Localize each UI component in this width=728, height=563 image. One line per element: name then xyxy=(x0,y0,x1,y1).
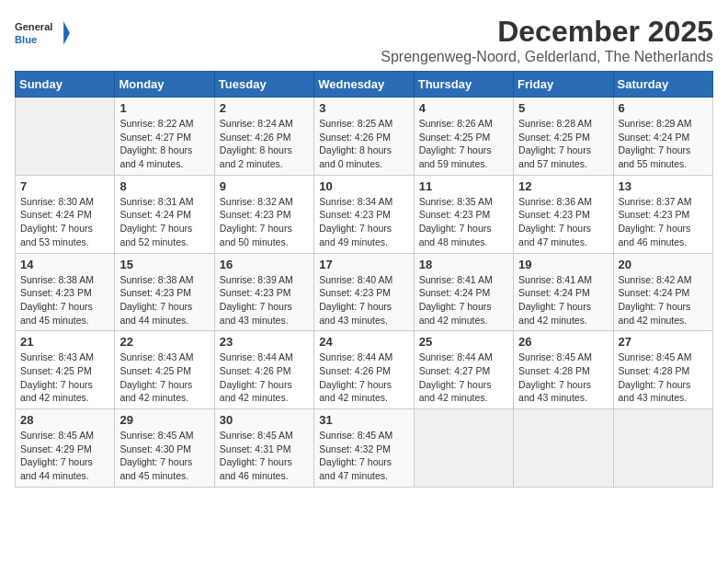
calendar-cell: 19 Sunrise: 8:41 AM Sunset: 4:24 PM Dayl… xyxy=(514,253,613,331)
calendar-cell: 5 Sunrise: 8:28 AM Sunset: 4:25 PM Dayli… xyxy=(514,98,613,176)
daylight-label: Daylight: xyxy=(319,456,357,467)
sunrise-label: Sunrise: xyxy=(619,351,654,362)
calendar-table: SundayMondayTuesdayWednesdayThursdayFrid… xyxy=(15,71,713,488)
day-info: Sunrise: 8:45 AM Sunset: 4:28 PM Dayligh… xyxy=(518,350,608,405)
day-number: 18 xyxy=(419,258,508,271)
calendar-cell: 12 Sunrise: 8:36 AM Sunset: 4:23 PM Dayl… xyxy=(514,175,613,253)
day-info: Sunrise: 8:41 AM Sunset: 4:24 PM Dayligh… xyxy=(419,273,508,327)
sunset-label: Sunset: xyxy=(518,209,552,220)
sunrise-label: Sunrise: xyxy=(119,274,155,285)
weekday-header-thursday: Thursday xyxy=(414,72,513,98)
calendar-cell: 20 Sunrise: 8:42 AM Sunset: 4:24 PM Dayl… xyxy=(613,253,712,331)
day-info: Sunrise: 8:38 AM Sunset: 4:23 PM Dayligh… xyxy=(119,273,209,327)
day-info: Sunrise: 8:42 AM Sunset: 4:24 PM Dayligh… xyxy=(619,273,708,327)
sunrise-label: Sunrise: xyxy=(119,430,155,441)
sunrise-label: Sunrise: xyxy=(619,118,654,129)
sunrise-label: Sunrise: xyxy=(119,351,155,362)
sunset-label: Sunset: xyxy=(319,209,352,220)
daylight-label: Daylight: xyxy=(419,379,457,390)
day-number: 19 xyxy=(518,258,608,271)
day-number: 11 xyxy=(419,179,508,193)
day-number: 27 xyxy=(619,335,708,349)
calendar-cell xyxy=(613,409,712,488)
day-info: Sunrise: 8:25 AM Sunset: 4:26 PM Dayligh… xyxy=(319,117,408,171)
calendar-cell: 24 Sunrise: 8:44 AM Sunset: 4:26 PM Dayl… xyxy=(314,331,414,409)
calendar-cell: 14 Sunrise: 8:38 AM Sunset: 4:23 PM Dayl… xyxy=(16,253,115,331)
day-info: Sunrise: 8:45 AM Sunset: 4:32 PM Dayligh… xyxy=(319,429,408,483)
sunset-label: Sunset: xyxy=(220,365,253,376)
daylight-label: Daylight: xyxy=(619,301,656,312)
logo-svg: General Blue xyxy=(15,15,70,52)
sunset-label: Sunset: xyxy=(119,443,153,454)
sunrise-label: Sunrise: xyxy=(518,196,554,207)
weekday-header-sunday: Sunday xyxy=(16,72,115,98)
day-info: Sunrise: 8:24 AM Sunset: 4:26 PM Dayligh… xyxy=(220,117,309,171)
sunset-label: Sunset: xyxy=(419,132,452,143)
day-info: Sunrise: 8:45 AM Sunset: 4:31 PM Dayligh… xyxy=(220,429,309,483)
sunrise-label: Sunrise: xyxy=(518,351,554,362)
calendar-cell xyxy=(414,409,513,488)
day-number: 22 xyxy=(119,335,209,349)
day-info: Sunrise: 8:44 AM Sunset: 4:26 PM Dayligh… xyxy=(220,350,309,405)
sunrise-label: Sunrise: xyxy=(518,118,554,129)
daylight-label: Daylight: xyxy=(20,379,58,390)
day-info: Sunrise: 8:30 AM Sunset: 4:24 PM Dayligh… xyxy=(20,195,109,249)
daylight-label: Daylight: xyxy=(619,223,656,234)
day-number: 24 xyxy=(319,335,408,349)
weekday-header-tuesday: Tuesday xyxy=(214,72,313,98)
day-number: 13 xyxy=(619,179,708,193)
sunset-label: Sunset: xyxy=(419,287,452,298)
day-info: Sunrise: 8:35 AM Sunset: 4:23 PM Dayligh… xyxy=(419,195,508,249)
sunset-label: Sunset: xyxy=(119,287,153,298)
day-info: Sunrise: 8:22 AM Sunset: 4:27 PM Dayligh… xyxy=(119,117,209,171)
daylight-label: Daylight: xyxy=(119,144,157,155)
sunset-label: Sunset: xyxy=(119,365,153,376)
day-number: 10 xyxy=(319,179,408,193)
daylight-label: Daylight: xyxy=(419,223,457,234)
day-number: 20 xyxy=(619,258,708,271)
calendar-cell xyxy=(514,409,613,488)
day-info: Sunrise: 8:29 AM Sunset: 4:24 PM Dayligh… xyxy=(619,117,708,171)
sunrise-label: Sunrise: xyxy=(319,118,355,129)
day-info: Sunrise: 8:36 AM Sunset: 4:23 PM Dayligh… xyxy=(518,195,608,249)
sunset-label: Sunset: xyxy=(20,443,53,454)
sunrise-label: Sunrise: xyxy=(20,351,56,362)
sunset-label: Sunset: xyxy=(20,287,53,298)
day-number: 15 xyxy=(119,258,209,271)
sunset-label: Sunset: xyxy=(518,132,552,143)
sunrise-label: Sunrise: xyxy=(619,196,654,207)
day-number: 17 xyxy=(319,258,408,271)
svg-text:Blue: Blue xyxy=(15,34,37,45)
day-number: 7 xyxy=(20,179,109,193)
weekday-header-saturday: Saturday xyxy=(613,72,712,98)
calendar-cell: 31 Sunrise: 8:45 AM Sunset: 4:32 PM Dayl… xyxy=(314,409,414,488)
sunrise-label: Sunrise: xyxy=(20,274,56,285)
sunrise-label: Sunrise: xyxy=(619,274,654,285)
sunrise-label: Sunrise: xyxy=(220,351,256,362)
daylight-label: Daylight: xyxy=(319,379,357,390)
day-number: 28 xyxy=(20,413,109,427)
day-info: Sunrise: 8:38 AM Sunset: 4:23 PM Dayligh… xyxy=(20,273,109,327)
day-number: 5 xyxy=(518,101,608,115)
daylight-label: Daylight: xyxy=(20,223,58,234)
calendar-cell: 28 Sunrise: 8:45 AM Sunset: 4:29 PM Dayl… xyxy=(16,409,115,488)
calendar-cell: 3 Sunrise: 8:25 AM Sunset: 4:26 PM Dayli… xyxy=(314,98,414,176)
calendar-cell: 4 Sunrise: 8:26 AM Sunset: 4:25 PM Dayli… xyxy=(414,98,513,176)
daylight-label: Daylight: xyxy=(119,223,157,234)
day-info: Sunrise: 8:45 AM Sunset: 4:30 PM Dayligh… xyxy=(119,429,209,483)
day-number: 16 xyxy=(220,258,309,271)
day-number: 23 xyxy=(220,335,309,349)
daylight-label: Daylight: xyxy=(518,144,556,155)
day-info: Sunrise: 8:34 AM Sunset: 4:23 PM Dayligh… xyxy=(319,195,408,249)
day-info: Sunrise: 8:43 AM Sunset: 4:25 PM Dayligh… xyxy=(20,350,109,405)
sunset-label: Sunset: xyxy=(220,443,253,454)
svg-text:General: General xyxy=(15,21,52,32)
sunset-label: Sunset: xyxy=(20,209,53,220)
weekday-header-friday: Friday xyxy=(514,72,613,98)
sunset-label: Sunset: xyxy=(119,132,153,143)
day-number: 4 xyxy=(419,101,508,115)
calendar-cell xyxy=(16,98,115,176)
sunset-label: Sunset: xyxy=(619,365,652,376)
day-number: 12 xyxy=(518,179,608,193)
day-number: 31 xyxy=(319,413,408,427)
